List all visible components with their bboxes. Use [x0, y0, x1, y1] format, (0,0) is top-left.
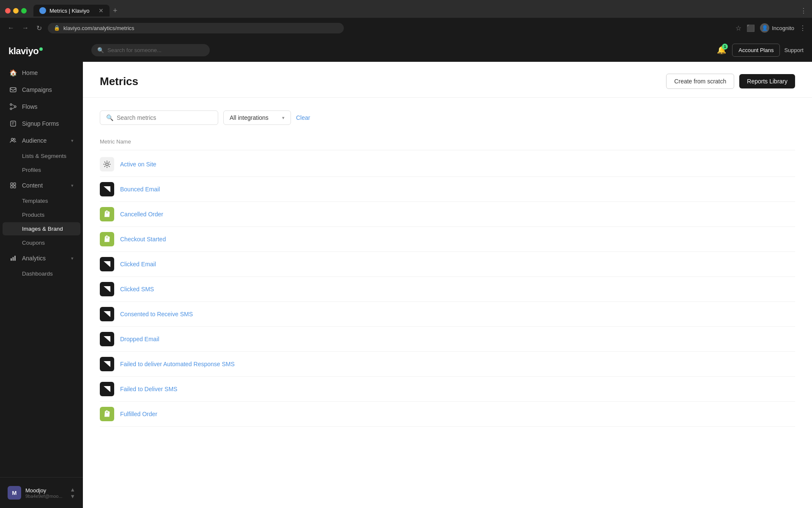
- topbar: 🔍 Search for someone... 🔔 1 Account Plan…: [83, 38, 812, 62]
- sidebar-item-profiles[interactable]: Profiles: [3, 163, 80, 177]
- metrics-search-input[interactable]: [117, 114, 212, 121]
- address-bar[interactable]: 🔒 klaviyo.com/analytics/metrics: [48, 23, 344, 33]
- incognito-button[interactable]: 👤 Incognito: [760, 23, 794, 33]
- svg-marker-23: [104, 386, 110, 392]
- metric-link[interactable]: Clicked SMS: [120, 286, 154, 293]
- toolbar-actions: ☆ ⬛ 👤 Incognito ⋮: [735, 23, 806, 33]
- clear-filters-button[interactable]: Clear: [296, 114, 310, 121]
- metric-icon: [100, 207, 114, 221]
- metrics-search-box[interactable]: 🔍: [100, 110, 218, 125]
- browser-menu-icon[interactable]: ⋮: [799, 24, 806, 32]
- close-window-dot[interactable]: [5, 8, 11, 14]
- notifications-button[interactable]: 🔔 1: [715, 44, 728, 56]
- user-info: Moodjoy 9ba4e9ef@moo...: [25, 487, 66, 499]
- filters-row: 🔍 All integrations ▾ Clear: [100, 110, 795, 125]
- user-name: Moodjoy: [25, 487, 66, 494]
- integrations-dropdown[interactable]: All integrations ▾: [223, 110, 291, 125]
- user-menu[interactable]: M Moodjoy 9ba4e9ef@moo... ▲ ▼: [3, 483, 80, 503]
- metric-link[interactable]: Dropped Email: [120, 336, 159, 342]
- metric-row[interactable]: Bounced Email: [100, 177, 795, 202]
- sidebar-section-content[interactable]: Content ▾: [3, 177, 80, 193]
- create-from-scratch-button[interactable]: Create from scratch: [666, 74, 734, 89]
- extensions-icon[interactable]: ⬛: [746, 24, 755, 32]
- page-header: Metrics Create from scratch Reports Libr…: [83, 62, 812, 98]
- metric-link[interactable]: Cancelled Order: [120, 211, 163, 218]
- svg-marker-22: [104, 361, 110, 367]
- global-search[interactable]: 🔍 Search for someone...: [91, 44, 210, 56]
- metric-row[interactable]: Fulfilled Order: [100, 402, 795, 427]
- metric-link[interactable]: Failed to Deliver SMS: [120, 386, 177, 392]
- account-plans-button[interactable]: Account Plans: [732, 44, 780, 57]
- tab-more-button[interactable]: ⋮: [800, 7, 807, 15]
- metric-link[interactable]: Consented to Receive SMS: [120, 311, 193, 318]
- svg-point-1: [10, 104, 12, 105]
- sidebar-item-signup-forms[interactable]: Signup Forms: [3, 116, 80, 132]
- minimize-window-dot[interactable]: [13, 8, 19, 14]
- forward-button[interactable]: →: [20, 22, 30, 33]
- svg-rect-12: [14, 186, 16, 188]
- svg-rect-4: [11, 121, 16, 126]
- logo-area: klaviyo: [0, 38, 83, 64]
- metric-row[interactable]: Clicked SMS: [100, 277, 795, 302]
- metric-icon: [100, 157, 114, 171]
- metric-link[interactable]: Bounced Email: [120, 186, 160, 193]
- svg-rect-0: [10, 88, 16, 92]
- metric-row[interactable]: Clicked Email: [100, 252, 795, 277]
- sidebar-item-campaigns[interactable]: Campaigns: [3, 82, 80, 98]
- products-label: Products: [22, 212, 44, 218]
- svg-rect-10: [14, 183, 16, 185]
- browser-tabs: Metrics | Klaviyo ✕ + ⋮: [0, 0, 812, 18]
- analytics-icon: [9, 254, 17, 262]
- sidebar-footer: M Moodjoy 9ba4e9ef@moo... ▲ ▼: [0, 477, 83, 508]
- sidebar-item-templates[interactable]: Templates: [3, 194, 80, 207]
- sidebar-item-home[interactable]: 🏠 Home: [3, 65, 80, 81]
- browser-toolbar: ← → ↻ 🔒 klaviyo.com/analytics/metrics ☆ …: [0, 18, 812, 38]
- templates-label: Templates: [22, 198, 48, 204]
- images-brand-label: Images & Brand: [22, 226, 63, 232]
- metric-row[interactable]: Consented to Receive SMS: [100, 302, 795, 327]
- reports-library-button[interactable]: Reports Library: [739, 74, 795, 88]
- metric-icon: [100, 382, 114, 396]
- metrics-search-icon: 🔍: [106, 114, 113, 121]
- active-tab[interactable]: Metrics | Klaviyo ✕: [33, 5, 110, 17]
- sidebar-section-analytics[interactable]: Analytics ▾: [3, 250, 80, 266]
- back-button[interactable]: ←: [6, 22, 16, 33]
- home-icon: 🏠: [9, 69, 17, 77]
- sidebar-item-images-brand[interactable]: Images & Brand: [3, 222, 80, 235]
- sidebar-item-coupons[interactable]: Coupons: [3, 236, 80, 249]
- sidebar-item-lists-segments[interactable]: Lists & Segments: [3, 149, 80, 163]
- metric-row[interactable]: Failed to Deliver SMS: [100, 377, 795, 402]
- metric-link[interactable]: Failed to deliver Automated Response SMS: [120, 361, 235, 367]
- metric-row[interactable]: Active on Site: [100, 152, 795, 177]
- search-placeholder: Search for someone...: [107, 47, 162, 53]
- sidebar-item-flows[interactable]: Flows: [3, 99, 80, 115]
- metric-row[interactable]: Checkout Started: [100, 227, 795, 252]
- column-metric-name: Metric Name: [100, 138, 131, 145]
- svg-point-2: [14, 106, 16, 108]
- metric-link[interactable]: Clicked Email: [120, 261, 156, 268]
- svg-marker-20: [104, 311, 110, 317]
- metric-row[interactable]: Cancelled Order: [100, 202, 795, 227]
- sidebar-item-label: Home: [22, 69, 38, 76]
- content-label: Content: [22, 182, 43, 189]
- svg-point-16: [106, 163, 108, 166]
- bookmark-icon[interactable]: ☆: [735, 24, 741, 32]
- metric-link[interactable]: Fulfilled Order: [120, 411, 157, 417]
- support-button[interactable]: Support: [784, 47, 804, 53]
- sidebar-item-dashboards[interactable]: Dashboards: [3, 267, 80, 280]
- refresh-button[interactable]: ↻: [35, 22, 44, 34]
- sidebar-section-audience[interactable]: Audience ▾: [3, 133, 80, 149]
- metric-link[interactable]: Checkout Started: [120, 236, 166, 243]
- tab-close-button[interactable]: ✕: [99, 7, 104, 14]
- topbar-actions: 🔔 1 Account Plans Support: [715, 44, 804, 57]
- sidebar-item-products[interactable]: Products: [3, 208, 80, 221]
- analytics-label: Analytics: [22, 255, 46, 262]
- metric-row[interactable]: Failed to deliver Automated Response SMS: [100, 352, 795, 377]
- maximize-window-dot[interactable]: [21, 8, 27, 14]
- campaigns-icon: [9, 86, 17, 94]
- metrics-body: 🔍 All integrations ▾ Clear Metric Name: [83, 98, 812, 508]
- content-icon: [9, 182, 17, 189]
- metric-row[interactable]: Dropped Email: [100, 327, 795, 352]
- new-tab-button[interactable]: +: [113, 6, 118, 15]
- metric-link[interactable]: Active on Site: [120, 161, 156, 168]
